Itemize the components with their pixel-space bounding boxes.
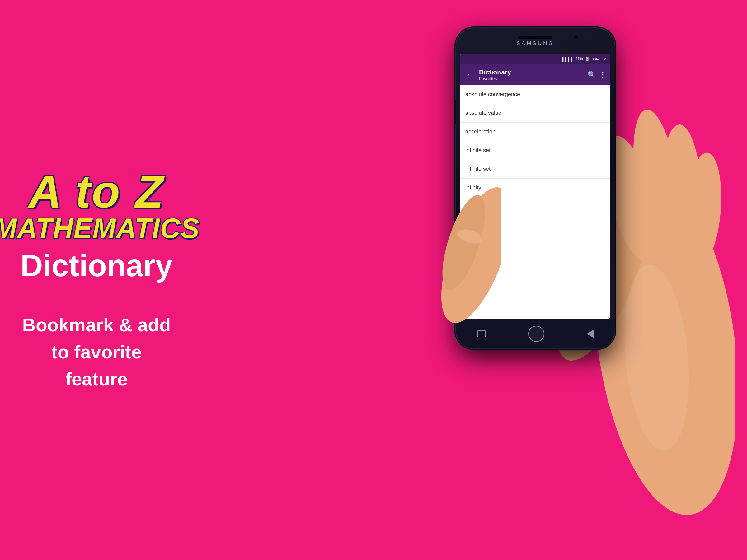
signal-icon: ▌▌▌▌ [562, 57, 574, 61]
title-mathematics: MATHEMATICS [0, 212, 200, 244]
volume-down-button[interactable] [614, 112, 616, 130]
subtitle: Bookmark & add to favorite feature [19, 312, 174, 393]
search-icon[interactable]: 🔍 [588, 71, 596, 78]
app-bar-subtitle: Favorites [479, 76, 585, 81]
left-panel: A to Z MATHEMATICS Dictionary Bookmark &… [0, 0, 193, 560]
home-button[interactable] [528, 326, 544, 342]
back-nav-button[interactable] [587, 330, 594, 338]
list-item[interactable]: infinite set [460, 141, 610, 160]
battery-icon: 🔋 [585, 57, 590, 61]
list-item[interactable]: infinite set [460, 160, 610, 179]
title-a-to-z: A to Z [0, 167, 200, 216]
app-bar: ← Dictionary Favorites 🔍 ⋮ [460, 64, 610, 85]
thumb-overlay [439, 181, 501, 330]
title-dictionary: Dictionary [0, 248, 200, 284]
volume-up-button[interactable] [614, 89, 616, 107]
battery-text: 97% [575, 57, 583, 61]
app-bar-title: Dictionary [479, 68, 585, 76]
power-button[interactable] [455, 100, 456, 124]
list-item[interactable]: absolute convergence [460, 85, 610, 104]
samsung-label: SAMSUNG [517, 41, 554, 47]
recent-apps-button[interactable] [477, 330, 486, 337]
app-bar-titles: Dictionary Favorites [479, 68, 585, 81]
speaker-grill [518, 36, 552, 39]
back-button[interactable]: ← [464, 69, 476, 81]
list-item[interactable]: acceleration [460, 123, 610, 141]
list-item[interactable]: absolute value [460, 104, 610, 123]
time-display: 8:44 PM [592, 57, 607, 61]
front-camera [573, 34, 579, 40]
status-bar: ▌▌▌▌ 97% 🔋 8:44 PM [460, 54, 610, 64]
more-options-icon[interactable]: ⋮ [599, 71, 607, 78]
